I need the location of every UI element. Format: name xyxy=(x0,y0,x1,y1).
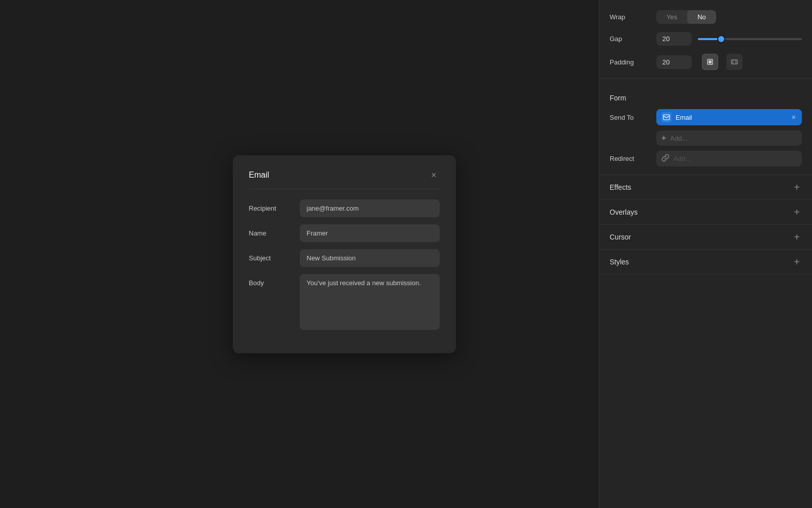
cursor-section-title: Cursor xyxy=(610,233,631,241)
name-input[interactable] xyxy=(300,224,440,242)
styles-section-title: Styles xyxy=(610,258,629,266)
form-section-title: Form xyxy=(610,94,626,102)
overlays-add-button[interactable]: + xyxy=(792,207,802,217)
modal-title: Email xyxy=(249,171,269,180)
name-label: Name xyxy=(249,229,300,237)
recipient-label: Recipient xyxy=(249,205,300,212)
form-section-content: Send To Email × + Add... xyxy=(599,109,812,175)
email-tag-text: Email xyxy=(676,114,787,121)
link-icon xyxy=(661,154,669,163)
body-row: Body You've just received a new submissi… xyxy=(249,274,440,330)
padding-all-sides-button[interactable] xyxy=(702,54,718,70)
send-to-row: Send To Email × xyxy=(610,109,802,125)
gap-slider-container xyxy=(698,38,802,40)
gap-row: Gap xyxy=(610,32,802,46)
wrap-row: Wrap Yes No xyxy=(610,10,802,24)
padding-input[interactable] xyxy=(656,55,692,69)
overlays-section-header[interactable]: Overlays + xyxy=(599,200,812,224)
modal-header: Email × xyxy=(249,170,440,189)
modal-close-button[interactable]: × xyxy=(428,170,440,181)
recipient-row: Recipient xyxy=(249,199,440,217)
subject-row: Subject xyxy=(249,249,440,267)
padding-sides-button[interactable] xyxy=(726,54,743,70)
svg-rect-5 xyxy=(663,115,669,120)
divider-6 xyxy=(599,274,812,275)
gap-input[interactable] xyxy=(656,32,692,46)
redirect-input[interactable]: Add... xyxy=(656,151,802,166)
add-email-input[interactable]: + Add... xyxy=(656,130,802,146)
wrap-yes-button[interactable]: Yes xyxy=(656,10,687,24)
divider-1 xyxy=(599,78,812,79)
padding-all-sides-icon xyxy=(706,58,714,66)
add-placeholder: Add... xyxy=(670,134,687,142)
svg-rect-2 xyxy=(731,60,737,64)
email-tag-close-button[interactable]: × xyxy=(791,113,797,121)
subject-input[interactable] xyxy=(300,249,440,267)
add-email-row: + Add... xyxy=(610,130,802,146)
wrap-section: Wrap Yes No Gap Padding xyxy=(599,10,812,70)
gap-slider[interactable] xyxy=(698,38,802,40)
envelope-icon xyxy=(663,114,670,121)
padding-row: Padding xyxy=(610,54,802,70)
styles-section-header[interactable]: Styles + xyxy=(599,250,812,274)
email-tag: Email × xyxy=(656,109,802,125)
right-panel: Wrap Yes No Gap Padding xyxy=(599,0,812,508)
cursor-add-button[interactable]: + xyxy=(792,232,802,242)
redirect-row: Redirect Add... xyxy=(610,151,802,166)
wrap-label: Wrap xyxy=(610,13,650,21)
svg-rect-1 xyxy=(709,60,712,63)
email-tag-icon xyxy=(661,112,672,122)
body-label: Body xyxy=(249,274,300,287)
cursor-section-header[interactable]: Cursor + xyxy=(599,225,812,249)
subject-label: Subject xyxy=(249,254,300,262)
padding-label: Padding xyxy=(610,58,650,66)
styles-add-button[interactable]: + xyxy=(792,257,802,267)
form-section-header[interactable]: Form xyxy=(599,87,812,109)
form-section: Form Send To Email × xyxy=(599,87,812,175)
effects-section-title: Effects xyxy=(610,183,631,191)
send-to-label: Send To xyxy=(610,114,650,121)
gap-label: Gap xyxy=(610,35,650,43)
recipient-input[interactable] xyxy=(300,199,440,217)
effects-section-header[interactable]: Effects + xyxy=(599,175,812,199)
email-modal: Email × Recipient Name Subject Body You'… xyxy=(233,155,456,353)
canvas: Email × Recipient Name Subject Body You'… xyxy=(0,0,599,508)
wrap-toggle-group: Yes No xyxy=(656,10,716,24)
add-icon: + xyxy=(661,133,666,143)
effects-add-button[interactable]: + xyxy=(792,182,802,192)
padding-sides-icon xyxy=(730,58,738,66)
body-textarea[interactable]: You've just received a new submission. xyxy=(300,274,440,330)
redirect-placeholder: Add... xyxy=(674,155,691,162)
redirect-label: Redirect xyxy=(610,155,650,162)
wrap-no-button[interactable]: No xyxy=(687,10,716,24)
overlays-section-title: Overlays xyxy=(610,208,638,216)
name-row: Name xyxy=(249,224,440,242)
